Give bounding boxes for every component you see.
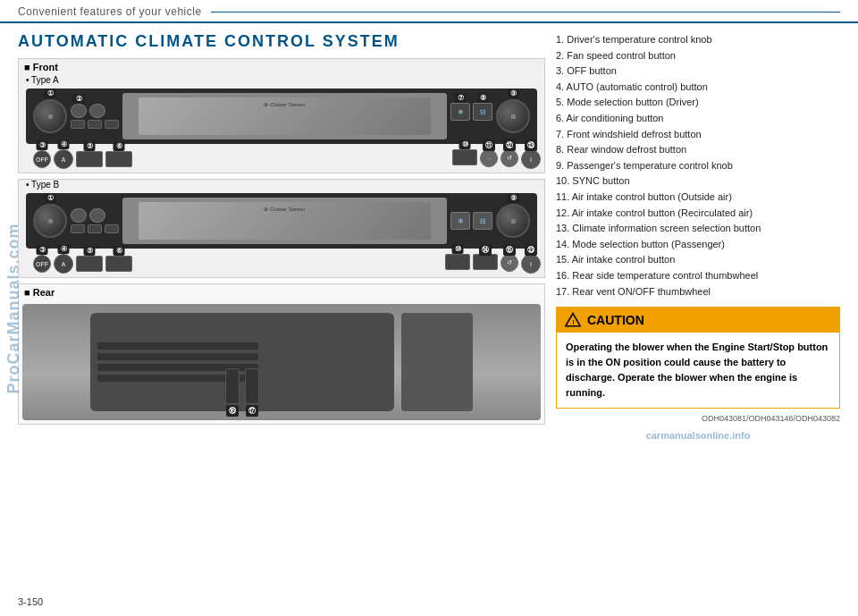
btn-fan[interactable] (89, 104, 105, 118)
driver-temp-knob[interactable]: ⊕ (33, 99, 67, 133)
type-a-label: • Type A (19, 75, 544, 85)
svg-text:!: ! (572, 318, 575, 326)
caution-title: CAUTION (587, 313, 644, 327)
btn13-wrap: i ⑬ (521, 149, 541, 169)
badge-2: ② (73, 94, 85, 104)
bottom-watermark: carmanualsonline.info (556, 426, 840, 443)
badge-4b: ④ (58, 244, 70, 254)
caution-text: Operating the blower when the Engine Sta… (566, 340, 830, 401)
rear-defrost-b[interactable]: ⊟ (473, 212, 492, 230)
side-vent-right (401, 313, 473, 411)
btn14-wrap: ⑭ (473, 254, 498, 274)
auto-btn-b[interactable]: A (54, 254, 73, 274)
mode-pass-btn[interactable] (473, 254, 498, 270)
small-btn-b2[interactable] (88, 224, 102, 233)
badge-11: ⑪ (483, 139, 495, 151)
bottom-watermark-text: carmanualsonline.info (646, 430, 751, 441)
mode-btn-b[interactable] (76, 256, 103, 272)
rear-defrost-btn[interactable]: ⊟ (473, 103, 492, 121)
list-item-8: 8. Rear window defrost button (556, 142, 840, 158)
caution-icon: ! (564, 311, 582, 329)
btn11-wrap: → ⑪ (480, 149, 498, 169)
thumbwheel-17[interactable] (245, 368, 259, 404)
small-btn-1[interactable] (71, 120, 85, 129)
sync-btn[interactable] (452, 149, 477, 165)
right-icons-b: ❄ ⊟ (450, 212, 492, 230)
sync-btn-b[interactable] (445, 254, 470, 270)
btn-fan-b[interactable] (89, 208, 105, 223)
small-btn-2[interactable] (88, 120, 102, 129)
btn-snowflake-b[interactable] (71, 208, 87, 223)
ac-btn-b[interactable] (105, 256, 132, 272)
knob1-wrapper: ⊕ ① (33, 99, 67, 133)
display-inner: ⊕ Cluster Sensor (139, 97, 431, 135)
thumbwheel-16[interactable] (225, 368, 240, 404)
ac-btn[interactable] (105, 151, 132, 167)
list-item-1: 1. Driver's temperature control knob (556, 32, 840, 48)
knob9b-wrapper: ⊕ ⑨ (496, 204, 530, 238)
right-btns-b: ⑩ ⑭ ↺ ⑮ i ⑬ (445, 254, 541, 274)
btn12-wrap: ↺ ⑫ (500, 149, 518, 169)
btn5b-wrap: ⑤ (76, 151, 103, 167)
badge-14: ⑭ (479, 244, 492, 256)
small-btn-b1[interactable] (71, 224, 85, 233)
vent-housing: ⑯ ⑰ (90, 313, 394, 411)
badge-3: ③ (37, 140, 48, 150)
vent-slat-2 (97, 353, 258, 360)
intake-recirc-btn[interactable]: ↺ (500, 149, 518, 167)
small-btn-3[interactable] (105, 120, 119, 129)
cluster-label-b: ⊕ Cluster Sensor (139, 202, 431, 212)
round-btn-4[interactable]: A (54, 149, 73, 169)
tw16-wrap: ⑯ (225, 368, 240, 404)
btn3b-wrap: OFF ③ (33, 150, 51, 168)
rear-defrost-icon: ⊟ (480, 108, 486, 116)
knob9-wrapper: ⊕ ⑨ (496, 99, 530, 133)
front-type-a-section: ■ Front • Type A ⊕ ① ② (18, 58, 545, 173)
page-header-title: Convenient features of your vehicle (18, 5, 202, 18)
rear-image: ⑯ ⑰ (22, 304, 541, 420)
badge-12: ⑫ (503, 139, 516, 151)
right-bottom-btns: ⑩ → ⑪ ↺ ⑫ i ⑬ (452, 149, 541, 169)
round-btn-3b[interactable]: OFF (33, 255, 51, 273)
btn-snowflake[interactable] (71, 104, 87, 118)
caution-header: ! CAUTION (557, 308, 839, 333)
list-item-15: 15. Air intake control button (556, 252, 840, 268)
top-buttons-b (71, 208, 119, 223)
list-item-17: 17. Rear vent ON/OFF thumbwheel (556, 284, 840, 300)
rear-icon-b: ⊟ (480, 217, 486, 225)
top-icons: ❄ ⑦ ⊟ ⑧ (450, 103, 492, 121)
type-a-bottom-row: OFF ③ A ④ ⑤ ⑥ (19, 149, 544, 173)
intake-btn-b[interactable]: ↺ (500, 254, 518, 272)
display-inner-b: ⊕ Cluster Sensor (139, 202, 431, 240)
list-item-11: 11. Air intake control button (Outside a… (556, 190, 840, 206)
badge-8: ⑧ (477, 93, 489, 103)
mode-driver-btn[interactable] (76, 151, 103, 167)
caution-box: ! CAUTION Operating the blower when the … (556, 307, 840, 409)
btn6b-wrap: ⑥ (105, 151, 132, 167)
btn3c-wrap: OFF ③ (33, 255, 51, 273)
header-line (211, 12, 840, 13)
type-b-bottom-row: OFF ③ A ④ ⑤ ⑥ (19, 254, 544, 277)
center-display-b: ⊕ Cluster Sensor (122, 198, 447, 244)
badge-10: ⑩ (459, 139, 471, 149)
badge-13b: ⑬ (525, 244, 537, 256)
intake-outside-btn[interactable]: → (480, 149, 498, 167)
center-buttons-b (71, 208, 119, 233)
numbered-list: 1. Driver's temperature control knob 2. … (556, 32, 840, 300)
btn10b-wrap: ⑩ (445, 254, 470, 274)
climate-info-btn-b[interactable]: i (521, 254, 541, 274)
driver-temp-knob-b[interactable]: ⊕ (33, 204, 67, 238)
small-btn-b3[interactable] (105, 224, 119, 233)
list-item-3: 3. OFF button (556, 63, 840, 80)
front-defrost-b[interactable]: ❄ (450, 212, 470, 230)
badge-1b: ① (45, 193, 56, 203)
climate-info-btn[interactable]: i (521, 149, 541, 169)
passenger-temp-knob-b[interactable]: ⊕ (496, 204, 530, 238)
list-item-13: 13. Climate information screen selection… (556, 221, 840, 237)
rear-section: ■ Rear ⑯ ⑰ (18, 283, 545, 425)
round-btn-3[interactable]: OFF (33, 150, 51, 168)
bottom-btns (71, 120, 119, 129)
front-defrost-btn[interactable]: ❄ (450, 103, 470, 121)
passenger-temp-knob[interactable]: ⊕ (496, 99, 530, 133)
front-defrost-icon: ❄ (458, 108, 464, 116)
